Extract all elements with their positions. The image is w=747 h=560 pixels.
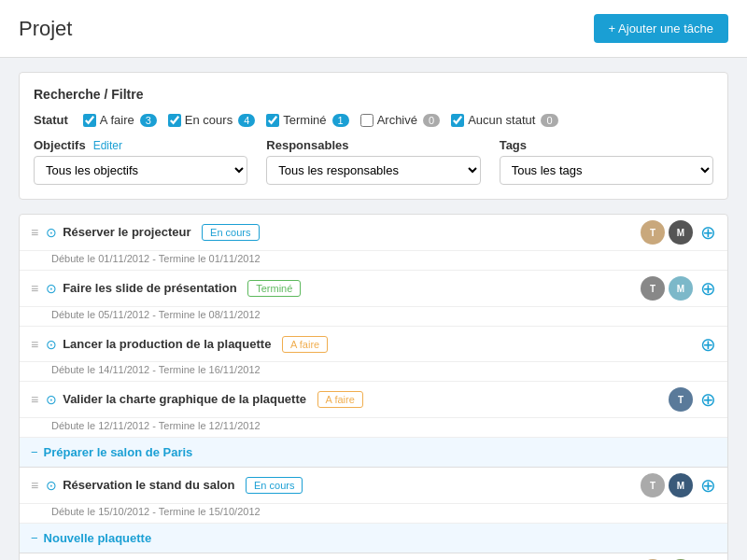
task-add-button[interactable]: ⊕ [700, 223, 716, 242]
tags-label: Tags [500, 138, 713, 152]
tasks-box: ≡ ⊙ Réserver le projecteur En cours TM ⊕… [19, 214, 728, 560]
status-badge: A faire [282, 336, 328, 353]
task-name: Lancer la production de la plaquette A f… [63, 336, 693, 353]
task-avatars: TM [641, 276, 693, 301]
task-add-button[interactable]: ⊕ [700, 476, 716, 495]
task-date: Débute le 05/11/2012 - Termine le 08/11/… [20, 307, 727, 327]
task-avatars: T [669, 387, 693, 412]
task-date: Débute le 12/11/2012 - Termine le 12/11/… [20, 418, 727, 438]
avatar: T [669, 387, 693, 412]
checkbox-archive[interactable]: Archivé 0 [360, 113, 440, 127]
checkbox-archive-input[interactable] [360, 114, 374, 127]
filter-row2: Objectifs Editer Tous les objectifs Resp… [34, 138, 713, 185]
objectifs-select[interactable]: Tous les objectifs [34, 156, 247, 185]
checkbox-en-cours-label: En cours [185, 113, 233, 127]
drag-handle-icon[interactable]: ≡ [31, 392, 38, 407]
checkbox-aucun-statut-label: Aucun statut [468, 113, 535, 127]
status-badge: Terminé [247, 280, 301, 297]
badge-a-faire: 3 [140, 114, 157, 127]
checkbox-termine-label: Terminé [283, 113, 326, 127]
task-row: ≡ ⊙ Lancer la production de la plaquette… [20, 327, 727, 362]
checkbox-termine-input[interactable] [266, 114, 279, 127]
task-status-icon: ⊙ [46, 281, 57, 296]
group-header: − Préparer le salon de Paris [20, 438, 727, 468]
checkbox-termine[interactable]: Terminé 1 [266, 113, 348, 127]
task-row: ≡ ⊙ Réserver le projecteur En cours TM ⊕ [20, 215, 727, 251]
status-badge: A faire [317, 391, 363, 408]
task-date: Débute le 14/11/2012 - Termine le 16/11/… [20, 362, 727, 382]
badge-aucun-statut: 0 [541, 114, 557, 127]
avatar: M [669, 220, 693, 245]
task-row: ≡ ⊙ Réservation le stand du salon En cou… [20, 468, 727, 504]
objectifs-label: Objectifs Editer [34, 138, 247, 152]
badge-en-cours: 4 [238, 114, 255, 127]
checkbox-a-faire-input[interactable] [83, 114, 96, 127]
checkbox-a-faire-label: A faire [100, 113, 134, 127]
badge-archive: 0 [423, 114, 440, 127]
checkbox-en-cours[interactable]: En cours 4 [168, 113, 255, 127]
drag-handle-icon[interactable]: ≡ [31, 478, 38, 493]
group-toggle[interactable]: − [31, 445, 38, 459]
avatar: T [641, 473, 665, 497]
tags-select[interactable]: Tous les tags [500, 156, 713, 185]
group-toggle[interactable]: − [31, 531, 38, 545]
group-header: − Nouvelle plaquette [20, 524, 727, 553]
main-content: Recherche / Filtre Statut A faire 3 En c… [0, 58, 747, 560]
task-status-icon: ⊙ [46, 478, 57, 493]
edit-objectifs-button[interactable]: Editer [93, 139, 122, 152]
drag-handle-icon[interactable]: ≡ [31, 281, 38, 296]
avatar: T [641, 276, 665, 301]
responsables-label: Responsables [266, 138, 480, 152]
task-date: Débute le 15/10/2012 - Termine le 15/10/… [20, 504, 727, 524]
task-name: Réservation le stand du salon En cours [63, 477, 641, 494]
task-avatars: TM [641, 473, 693, 497]
task-name: Réserver le projecteur En cours [63, 224, 641, 241]
status-badge: En cours [246, 477, 303, 494]
task-row: ≡ ⊙ Valider la charte graphique de la pl… [20, 382, 727, 418]
filter-box: Recherche / Filtre Statut A faire 3 En c… [19, 72, 728, 200]
add-task-button[interactable]: + Ajouter une tâche [594, 14, 728, 43]
filter-responsables: Responsables Tous les responsables [266, 138, 480, 185]
statut-label: Statut [34, 113, 68, 127]
avatar: M [669, 473, 693, 497]
task-status-icon: ⊙ [46, 337, 57, 352]
statut-row: Statut A faire 3 En cours 4 Terminé 1 Ar… [34, 113, 713, 127]
filter-objectifs: Objectifs Editer Tous les objectifs [34, 138, 247, 185]
avatar: M [669, 276, 693, 301]
checkbox-a-faire[interactable]: A faire 3 [83, 113, 157, 127]
group-name: Nouvelle plaquette [44, 531, 152, 545]
task-add-button[interactable]: ⊕ [700, 390, 716, 409]
task-name: Valider la charte graphique de la plaque… [63, 391, 669, 408]
task-row: ≡ ⊙ Lancer la réalisation graphique de l… [20, 553, 727, 560]
group-name: Préparer le salon de Paris [44, 445, 193, 459]
filter-tags: Tags Tous les tags [500, 138, 713, 185]
responsables-select[interactable]: Tous les responsables [266, 156, 480, 185]
checkbox-aucun-statut-input[interactable] [451, 114, 464, 127]
task-add-button[interactable]: ⊕ [700, 335, 716, 354]
drag-handle-icon[interactable]: ≡ [31, 337, 38, 352]
drag-handle-icon[interactable]: ≡ [31, 225, 38, 240]
filter-title: Recherche / Filtre [34, 87, 713, 102]
checkbox-en-cours-input[interactable] [168, 114, 181, 127]
badge-termine: 1 [332, 114, 349, 127]
checkbox-archive-label: Archivé [377, 113, 417, 127]
task-avatars: TM [641, 220, 693, 245]
avatar: T [641, 220, 665, 245]
task-row: ≡ ⊙ Faire les slide de présentation Term… [20, 271, 727, 307]
task-add-button[interactable]: ⊕ [700, 279, 716, 298]
checkbox-aucun-statut[interactable]: Aucun statut 0 [451, 113, 557, 127]
task-status-icon: ⊙ [46, 392, 57, 407]
task-status-icon: ⊙ [46, 225, 57, 240]
page-title: Projet [19, 17, 72, 41]
status-badge: En cours [202, 224, 259, 241]
page-header: Projet + Ajouter une tâche [0, 0, 747, 58]
task-date: Débute le 01/11/2012 - Termine le 01/11/… [20, 251, 727, 271]
task-name: Faire les slide de présentation Terminé [63, 280, 641, 297]
